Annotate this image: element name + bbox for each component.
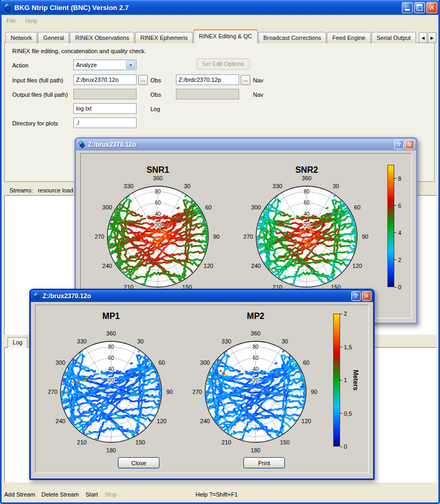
svg-text:40: 40 bbox=[303, 211, 310, 217]
svg-text:60: 60 bbox=[303, 200, 310, 206]
svg-text:80: 80 bbox=[108, 344, 114, 350]
svg-text:20: 20 bbox=[108, 377, 114, 383]
tab-serial-output[interactable]: Serial Output bbox=[371, 32, 416, 43]
nav-label-2: Nav bbox=[253, 91, 264, 98]
svg-text:330: 330 bbox=[222, 338, 231, 345]
input-obs-field[interactable] bbox=[73, 74, 137, 85]
svg-text:40: 40 bbox=[155, 211, 161, 217]
svg-text:60: 60 bbox=[108, 355, 114, 361]
svg-text:240: 240 bbox=[56, 418, 65, 424]
browse-nav-button[interactable]: ... bbox=[241, 75, 250, 85]
tab-scroll-left-button[interactable]: ◀ bbox=[419, 32, 427, 43]
svg-text:90: 90 bbox=[311, 389, 317, 395]
snr2-skyplot: 3603060901201501802102402703003302040608… bbox=[244, 174, 369, 299]
window-titlebar[interactable]: BKG Ntrip Client (BNC) Version 2.7 ✕ bbox=[0, 0, 440, 15]
mp-dialog-close-button[interactable]: ✕ bbox=[362, 291, 371, 301]
start-button[interactable]: Start bbox=[86, 491, 98, 498]
set-edit-options-button[interactable]: Set Edit Options bbox=[197, 58, 250, 70]
tab-rinex-observations[interactable]: RINEX Observations bbox=[70, 32, 134, 43]
snr-dialog-close-button[interactable]: ✕ bbox=[405, 140, 414, 149]
mp-dialog-help-button[interactable]: ? bbox=[351, 291, 361, 301]
svg-text:60: 60 bbox=[155, 200, 161, 206]
dialog-close-button[interactable]: Close bbox=[118, 457, 159, 468]
action-label: Action bbox=[12, 62, 29, 69]
colorbar-tick-label: 0,5 bbox=[344, 410, 352, 417]
mp1-plot-title: MP1 bbox=[79, 312, 143, 321]
action-dropdown-button[interactable]: ▼ bbox=[126, 61, 136, 69]
maximize-icon bbox=[417, 4, 422, 11]
stop-button[interactable]: Stop bbox=[105, 491, 117, 498]
tab-general[interactable]: General bbox=[38, 32, 69, 43]
dialog-print-button[interactable]: Print bbox=[243, 457, 285, 468]
close-icon: ✕ bbox=[364, 293, 369, 300]
action-combobox[interactable]: Analyze ▼ bbox=[73, 60, 137, 70]
svg-text:20: 20 bbox=[155, 222, 161, 228]
minimize-icon bbox=[405, 9, 410, 11]
tab-feed-engine[interactable]: Feed Engine bbox=[327, 32, 370, 43]
mp-dialog-title: Z:/brux2370.12o bbox=[43, 292, 350, 300]
svg-text:80: 80 bbox=[155, 189, 161, 195]
colorbar-tick-label: 0 bbox=[398, 284, 401, 290]
svg-text:300: 300 bbox=[103, 204, 112, 211]
svg-text:60: 60 bbox=[158, 359, 165, 366]
tab-rinex-ephemeris[interactable]: RINEX Ephemeris bbox=[135, 32, 193, 43]
colorbar-tick-label: 1 bbox=[344, 377, 347, 383]
minimize-button[interactable] bbox=[402, 2, 413, 13]
help-icon: ? bbox=[354, 293, 358, 299]
svg-text:60: 60 bbox=[303, 359, 309, 366]
svg-text:180: 180 bbox=[251, 447, 260, 453]
colorbar-tick bbox=[340, 314, 342, 314]
dialog-icon bbox=[32, 292, 40, 300]
tab-broadcast-corrections[interactable]: Broadcast Corrections bbox=[258, 32, 327, 43]
colorbar-tick bbox=[340, 380, 342, 381]
close-icon: ✕ bbox=[407, 141, 412, 148]
menu-file[interactable]: File bbox=[2, 16, 21, 25]
colorbar-tick-label: 2 bbox=[344, 310, 347, 317]
svg-text:300: 300 bbox=[56, 359, 65, 366]
close-button[interactable]: ✕ bbox=[426, 2, 437, 13]
tab-scroll-right-button[interactable]: ▶ bbox=[428, 32, 436, 43]
svg-text:270: 270 bbox=[244, 233, 253, 240]
mp-dialog-titlebar[interactable]: Z:/brux2370.12o ? ✕ bbox=[31, 290, 373, 302]
snr-colorbar-gradient bbox=[387, 165, 394, 287]
log-label: Log bbox=[150, 106, 160, 112]
output-obs-field bbox=[73, 89, 137, 99]
svg-text:240: 240 bbox=[200, 418, 210, 424]
svg-text:120: 120 bbox=[352, 263, 362, 269]
log-file-field[interactable] bbox=[73, 103, 137, 114]
panel-description: RINEX file editing, concatenation and qu… bbox=[12, 48, 146, 54]
help-icon: ? bbox=[397, 141, 401, 148]
colorbar-tick bbox=[394, 232, 396, 233]
snr1-skyplot: 3603060901201501802102402703003302040608… bbox=[95, 174, 221, 299]
svg-text:270: 270 bbox=[48, 389, 57, 395]
app-icon bbox=[3, 3, 11, 12]
mp-plot-dialog: Z:/brux2370.12o ? ✕ MP1 MP2 360306090120… bbox=[29, 289, 375, 480]
svg-text:360: 360 bbox=[302, 175, 311, 181]
svg-text:240: 240 bbox=[103, 263, 112, 269]
tab-log[interactable]: Log bbox=[7, 337, 28, 348]
menu-bar: File Help bbox=[2, 15, 438, 26]
mp1-skyplot: 3603060901201501802102402703003302040608… bbox=[48, 329, 174, 455]
delete-stream-button[interactable]: Delete Stream bbox=[41, 491, 79, 498]
menu-help[interactable]: Help bbox=[21, 16, 43, 25]
svg-text:150: 150 bbox=[280, 439, 290, 446]
snr-dialog-titlebar[interactable]: Z:/brux2370.12o ? ✕ bbox=[76, 139, 416, 150]
colorbar-tick bbox=[340, 347, 342, 347]
colorbar-tick bbox=[394, 259, 396, 260]
plots-dir-label: Directory for plots bbox=[12, 120, 58, 127]
svg-text:60: 60 bbox=[354, 204, 360, 211]
plots-dir-field[interactable] bbox=[73, 117, 137, 128]
add-stream-button[interactable]: Add Stream bbox=[4, 491, 35, 498]
scroll-right-icon: ▶ bbox=[430, 36, 434, 40]
input-nav-field[interactable] bbox=[176, 74, 239, 85]
svg-text:60: 60 bbox=[205, 204, 211, 211]
maximize-button[interactable] bbox=[414, 2, 425, 13]
mp2-skyplot: 3603060901201501802102402703003302040608… bbox=[193, 329, 318, 455]
tab-network[interactable]: Network bbox=[5, 32, 37, 43]
browse-obs-button[interactable]: ... bbox=[138, 75, 148, 85]
obs-label-2: Obs bbox=[150, 91, 161, 98]
nav-label-1: Nav bbox=[253, 77, 264, 83]
tab-rinex-editing-qc[interactable]: RINEX Editing & QC bbox=[193, 29, 257, 43]
svg-text:300: 300 bbox=[251, 204, 261, 211]
snr-dialog-help-button[interactable]: ? bbox=[394, 140, 404, 149]
